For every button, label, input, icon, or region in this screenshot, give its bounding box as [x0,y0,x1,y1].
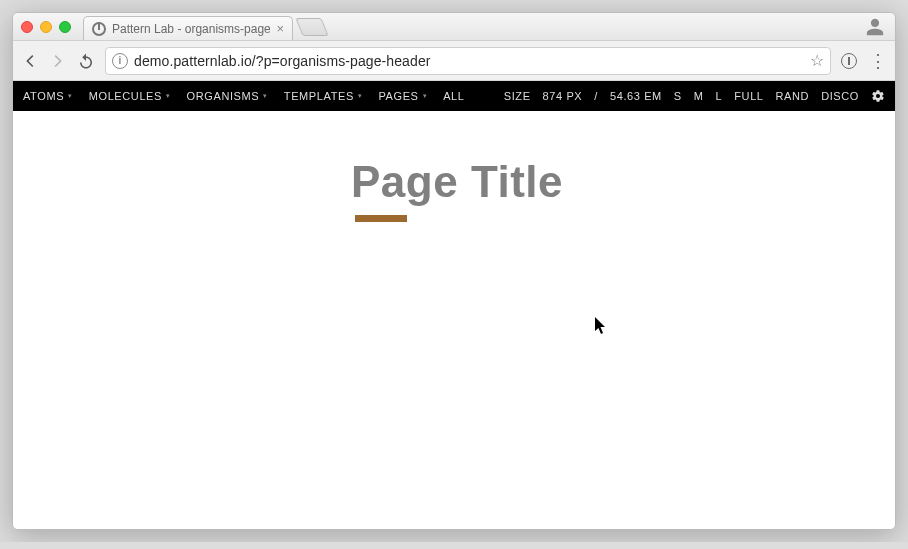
forward-button[interactable] [49,52,67,70]
pattern-viewport: Page Title [13,111,895,529]
size-value-px[interactable]: 874 PX [543,90,583,102]
close-tab-button[interactable]: × [276,22,284,35]
new-tab-button[interactable] [295,18,328,36]
chevron-down-icon: ▾ [423,92,428,100]
chevron-down-icon: ▾ [68,92,73,100]
tab-strip: Pattern Lab - organisms-page × [83,13,325,40]
minimize-window-button[interactable] [40,21,52,33]
zoom-window-button[interactable] [59,21,71,33]
size-label: SIZE [504,90,531,102]
nav-pages[interactable]: PAGES ▾ [378,90,427,102]
browser-window: Pattern Lab - organisms-page × i demo.pa… [12,12,896,530]
nav-label: ALL [443,90,464,102]
chevron-down-icon: ▾ [263,92,268,100]
chrome-menu-button[interactable]: ⋮ [869,50,887,72]
chevron-down-icon: ▾ [358,92,363,100]
nav-label: PAGES [378,90,418,102]
size-preset-rand[interactable]: RAND [776,90,810,102]
gear-icon[interactable] [871,89,885,103]
back-button[interactable] [21,52,39,70]
extension-icon[interactable] [841,53,857,69]
toolbar-right: ⋮ [841,50,887,72]
size-separator: / [594,90,598,102]
page-title: Page Title [13,157,895,207]
url-text: demo.patternlab.io/?p=organisms-page-hea… [134,53,804,69]
nav-templates[interactable]: TEMPLATES ▾ [284,90,363,102]
nav-atoms[interactable]: ATOMS ▾ [23,90,73,102]
nav-label: TEMPLATES [284,90,354,102]
title-underline [355,215,407,222]
window-titlebar: Pattern Lab - organisms-page × [13,13,895,41]
patternlab-nav: ATOMS ▾ MOLECULES ▾ ORGANISMS ▾ TEMPLATE… [23,90,465,102]
chevron-down-icon: ▾ [166,92,171,100]
nav-label: ORGANISMS [187,90,260,102]
cursor-icon [595,317,607,335]
size-preset-l[interactable]: L [716,90,723,102]
browser-toolbar: i demo.patternlab.io/?p=organisms-page-h… [13,41,895,81]
profile-avatar-icon[interactable] [865,17,885,37]
tab-title: Pattern Lab - organisms-page [112,22,270,36]
nav-label: ATOMS [23,90,64,102]
nav-all[interactable]: ALL [443,90,464,102]
browser-tab-active[interactable]: Pattern Lab - organisms-page × [83,16,293,40]
bookmark-star-icon[interactable]: ☆ [810,51,824,70]
size-preset-s[interactable]: S [674,90,682,102]
size-preset-full[interactable]: FULL [734,90,763,102]
address-bar[interactable]: i demo.patternlab.io/?p=organisms-page-h… [105,47,831,75]
globe-icon [92,22,106,36]
site-info-icon[interactable]: i [112,53,128,69]
nav-label: MOLECULES [89,90,162,102]
reload-button[interactable] [77,52,95,70]
close-window-button[interactable] [21,21,33,33]
size-preset-m[interactable]: M [694,90,704,102]
nav-molecules[interactable]: MOLECULES ▾ [89,90,171,102]
size-value-em[interactable]: 54.63 EM [610,90,662,102]
patternlab-toolbar: ATOMS ▾ MOLECULES ▾ ORGANISMS ▾ TEMPLATE… [13,81,895,111]
size-preset-disco[interactable]: DISCO [821,90,859,102]
nav-organisms[interactable]: ORGANISMS ▾ [187,90,268,102]
traffic-lights [21,21,71,33]
patternlab-size-controls: SIZE 874 PX / 54.63 EM S M L FULL RAND D… [504,89,885,103]
